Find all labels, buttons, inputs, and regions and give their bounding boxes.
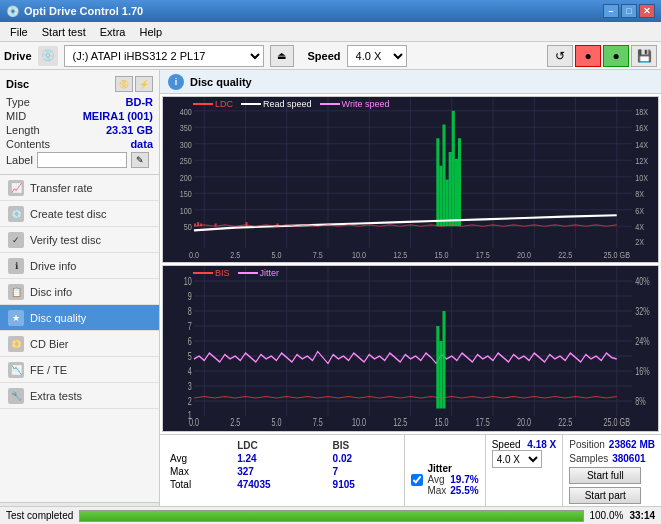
svg-text:17.5: 17.5 [476,417,490,429]
fe-te-icon: 📉 [8,362,24,378]
red-button[interactable]: ● [575,45,601,67]
nav-extra-tests[interactable]: 🔧 Extra tests [0,383,159,409]
svg-rect-59 [452,111,455,227]
nav-disc-info[interactable]: 📋 Disc info [0,279,159,305]
nav-disc-quality[interactable]: ★ Disc quality [0,305,159,331]
disc-icon-2[interactable]: ⚡ [135,76,153,92]
svg-text:350: 350 [180,122,192,133]
nav-verify-test-disc[interactable]: ✓ Verify test disc [0,227,159,253]
eject-button[interactable]: ⏏ [270,45,294,67]
menu-help[interactable]: Help [133,24,168,40]
svg-text:6X: 6X [635,205,644,216]
nav-drive-info-label: Drive info [30,260,76,272]
svg-text:5: 5 [188,351,192,363]
svg-text:22.5: 22.5 [558,417,572,429]
disc-header: Disc 📀 ⚡ [6,76,153,92]
save-button[interactable]: 💾 [631,45,657,67]
start-full-button[interactable]: Start full [569,467,641,484]
menu-extra[interactable]: Extra [94,24,132,40]
svg-text:2.5: 2.5 [230,249,240,260]
svg-text:10: 10 [184,276,192,288]
top-chart-svg: 400 350 300 250 200 150 100 50 18X 16X 1… [163,97,658,262]
svg-text:16X: 16X [635,122,648,133]
svg-text:200: 200 [180,172,192,183]
jitter-label: Jitter [427,463,478,474]
stats-max-ldc: 327 [233,465,328,478]
bottom-chart: BIS Jitter [162,265,659,432]
disc-type-label: Type [6,96,30,108]
svg-text:2: 2 [188,396,192,408]
top-chart-legend: LDC Read speed Write speed [193,99,389,109]
disc-icon-1[interactable]: 📀 [115,76,133,92]
drive-icon: 💿 [38,46,58,66]
svg-text:8: 8 [188,306,192,318]
svg-text:250: 250 [180,155,192,166]
stats-avg-ldc: 1.24 [233,452,328,465]
svg-text:40%: 40% [635,276,649,288]
position-value: 23862 MB [609,439,655,450]
nav-extra-tests-label: Extra tests [30,390,82,402]
svg-rect-55 [439,166,442,227]
green-button[interactable]: ● [603,45,629,67]
speed-dropdown-stats[interactable]: 4.0 X [492,450,542,468]
menu-start-test[interactable]: Start test [36,24,92,40]
app-icon: 💿 [6,5,20,18]
svg-text:20.0: 20.0 [517,417,531,429]
jitter-checkbox[interactable] [411,474,423,486]
maximize-button[interactable]: □ [621,4,637,18]
bottom-chart-svg: 10 9 8 7 6 5 4 3 2 1 40% 32% 24% 16% 8% [163,266,658,431]
title-bar-controls: – □ ✕ [603,4,655,18]
progress-bar-area: Test completed 100.0% 33:14 [0,506,661,524]
svg-text:20.0: 20.0 [517,249,531,260]
svg-text:15.0: 15.0 [434,249,448,260]
jitter-avg-val: 19.7% [446,474,478,485]
svg-text:12.5: 12.5 [393,249,407,260]
nav-drive-info[interactable]: ℹ Drive info [0,253,159,279]
extra-tests-icon: 🔧 [8,388,24,404]
charts-area: LDC Read speed Write speed [160,94,661,434]
progress-outer [79,510,583,522]
svg-text:12X: 12X [635,155,648,166]
nav-cd-bier[interactable]: 📀 CD Bier [0,331,159,357]
svg-text:7.5: 7.5 [313,249,323,260]
disc-contents-row: Contents data [6,138,153,150]
svg-text:32%: 32% [635,306,649,318]
svg-rect-56 [442,125,445,227]
top-chart: LDC Read speed Write speed [162,96,659,263]
samples-value: 380601 [612,453,645,464]
progress-inner [80,511,582,521]
stats-total-bis: 9105 [329,478,399,491]
title-bar: 💿 Opti Drive Control 1.70 – □ ✕ [0,0,661,22]
menu-file[interactable]: File [4,24,34,40]
legend-read-speed: Read speed [241,99,312,109]
svg-rect-54 [436,138,439,226]
close-button[interactable]: ✕ [639,4,655,18]
nav-cd-bier-label: CD Bier [30,338,69,350]
svg-text:15.0: 15.0 [434,417,448,429]
svg-text:150: 150 [180,188,192,199]
disc-contents-value: data [130,138,153,150]
stats-header-bis: BIS [329,439,399,452]
nav-create-test-disc[interactable]: 💿 Create test disc [0,201,159,227]
disc-label-button[interactable]: ✎ [131,152,149,168]
nav-transfer-rate[interactable]: 📈 Transfer rate [0,175,159,201]
position-row: Position 23862 MB [569,439,655,450]
disc-label-input[interactable] [37,152,127,168]
svg-text:300: 300 [180,139,192,150]
stats-avg-bis: 0.02 [329,452,399,465]
svg-text:14X: 14X [635,139,648,150]
drive-select[interactable]: (J:) ATAPI iHBS312 2 PL17 [64,45,264,67]
start-part-button[interactable]: Start part [569,487,641,504]
minimize-button[interactable]: – [603,4,619,18]
nav-fe-te[interactable]: 📉 FE / TE [0,357,159,383]
disc-type-value: BD-R [126,96,154,108]
refresh-button[interactable]: ↺ [547,45,573,67]
svg-text:400: 400 [180,106,192,117]
nav-create-test-disc-label: Create test disc [30,208,106,220]
cd-bier-icon: 📀 [8,336,24,352]
progress-percent: 100.0% [590,510,624,521]
legend-bis: BIS [193,268,230,278]
transfer-rate-icon: 📈 [8,180,24,196]
verify-test-disc-icon: ✓ [8,232,24,248]
speed-select[interactable]: 4.0 X [347,45,407,67]
